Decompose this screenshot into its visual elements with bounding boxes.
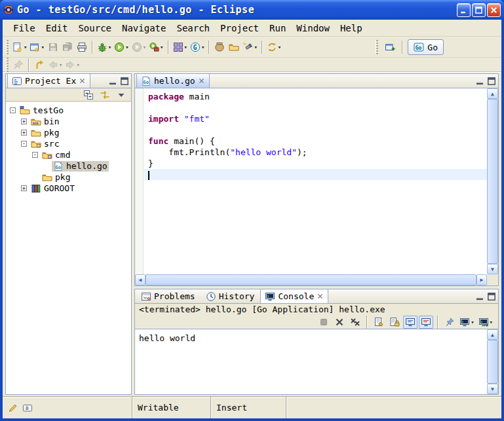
- menu-project[interactable]: Project: [215, 21, 264, 35]
- collapse-all-button[interactable]: [81, 87, 96, 103]
- dropdown-arrow-icon[interactable]: ▾: [24, 44, 27, 50]
- external-tools-button[interactable]: ▾: [147, 39, 165, 55]
- tab-console[interactable]: Console: [260, 289, 328, 303]
- minimize-view-button[interactable]: [107, 76, 118, 86]
- team-sync-button[interactable]: ▾: [265, 39, 282, 55]
- new-go-element-button[interactable]: ▾: [172, 39, 189, 55]
- display-selected-console-button[interactable]: ▾: [458, 316, 475, 329]
- menu-window[interactable]: Window: [291, 21, 335, 35]
- scroll-right-button[interactable]: ▶: [476, 274, 487, 285]
- code-area[interactable]: package mainimport "fmt"func main() { fm…: [144, 88, 487, 274]
- tree-item-testgo[interactable]: -testGo: [6, 105, 131, 116]
- code-line[interactable]: fmt.Println("hello world");: [144, 147, 487, 158]
- minimize-view-button[interactable]: [475, 291, 485, 302]
- console-vertical-scrollbar[interactable]: ▲ ▼: [487, 329, 498, 394]
- menu-navigate[interactable]: Navigate: [117, 21, 171, 35]
- minimize-window-button[interactable]: [457, 3, 471, 17]
- toolbar-grip[interactable]: [6, 58, 9, 72]
- close-tab-icon[interactable]: [317, 293, 324, 300]
- tree-item-pkg[interactable]: pkg: [6, 172, 131, 183]
- open-console-button[interactable]: ▾: [477, 316, 494, 329]
- dropdown-arrow-icon[interactable]: ▾: [471, 319, 474, 325]
- tree-item-hello-go[interactable]: Gohello.go: [6, 160, 131, 172]
- tab-history[interactable]: History: [201, 289, 260, 303]
- collapse-expander[interactable]: -: [21, 141, 27, 147]
- scroll-down-button[interactable]: ▼: [487, 264, 498, 274]
- dropdown-arrow-icon[interactable]: ▾: [59, 62, 62, 68]
- dropdown-arrow-icon[interactable]: ▾: [278, 44, 281, 50]
- collapse-expander[interactable]: -: [32, 152, 38, 158]
- tab-problems[interactable]: Problems: [136, 289, 200, 303]
- menu-file[interactable]: File: [8, 21, 41, 35]
- code-line[interactable]: [144, 102, 487, 113]
- code-line[interactable]: }: [144, 158, 487, 169]
- dropdown-arrow-icon[interactable]: ▾: [201, 44, 204, 50]
- tree-item-src[interactable]: -src: [6, 138, 131, 149]
- close-tab-icon[interactable]: [198, 77, 205, 84]
- print-button[interactable]: [75, 39, 89, 55]
- scroll-left-button[interactable]: ◀: [135, 274, 145, 285]
- dropdown-arrow-icon[interactable]: ▾: [76, 62, 79, 68]
- dropdown-arrow-icon[interactable]: ▾: [41, 44, 44, 50]
- maximize-view-button[interactable]: [119, 76, 130, 86]
- dropdown-arrow-icon[interactable]: ▾: [184, 44, 187, 50]
- new-button[interactable]: ▾: [11, 39, 28, 55]
- clear-console-button[interactable]: [372, 316, 386, 329]
- scroll-thumb[interactable]: [145, 274, 476, 285]
- dropdown-arrow-icon[interactable]: ▾: [125, 44, 128, 50]
- last-edit-location-button[interactable]: [32, 58, 47, 71]
- editor-vertical-scrollbar[interactable]: ▲ ▼: [487, 88, 498, 274]
- maximize-view-button[interactable]: [486, 76, 497, 86]
- open-perspective-button[interactable]: [383, 39, 397, 55]
- remove-all-launches-button[interactable]: [348, 316, 362, 329]
- perspective-go-button[interactable]: Go Go: [408, 39, 444, 55]
- tab-project-explorer[interactable]: Project Ex: [7, 73, 90, 88]
- scroll-track[interactable]: [487, 99, 498, 264]
- scroll-track[interactable]: [145, 274, 476, 285]
- title-bar[interactable]: Go - testGo/src/cmd/hello.go - Eclipse: [0, 0, 504, 20]
- open-resource-button[interactable]: [227, 39, 241, 55]
- code-line[interactable]: [144, 124, 487, 136]
- link-with-editor-button[interactable]: [98, 87, 112, 103]
- scroll-track[interactable]: [487, 340, 498, 384]
- dropdown-arrow-icon[interactable]: ▾: [490, 319, 493, 325]
- dropdown-arrow-icon[interactable]: ▾: [143, 44, 146, 50]
- pin-console-button[interactable]: [442, 316, 457, 329]
- scroll-thumb[interactable]: [487, 99, 498, 264]
- expand-expander[interactable]: +: [21, 119, 27, 124]
- dropdown-arrow-icon[interactable]: ▾: [254, 44, 257, 50]
- scroll-lock-button[interactable]: [387, 316, 402, 329]
- search-button[interactable]: ▾: [241, 39, 258, 55]
- go-tools-button[interactable]: G▾: [189, 39, 206, 55]
- perspective-bar-grip[interactable]: [376, 40, 378, 54]
- tab-hello-go[interactable]: Go hello.go: [136, 73, 210, 88]
- menu-source[interactable]: Source: [73, 21, 117, 35]
- scroll-thumb[interactable]: [487, 340, 498, 384]
- menu-run[interactable]: Run: [264, 21, 291, 35]
- scroll-up-button[interactable]: ▲: [487, 329, 498, 340]
- menu-search[interactable]: Search: [171, 21, 215, 35]
- console-output[interactable]: hello world: [135, 329, 487, 394]
- collapse-expander[interactable]: -: [10, 107, 16, 113]
- code-line[interactable]: package main: [144, 91, 487, 102]
- annotation-ruler[interactable]: [135, 88, 144, 274]
- expand-expander[interactable]: +: [21, 185, 27, 191]
- debug-button[interactable]: ▾: [96, 39, 113, 55]
- scroll-up-button[interactable]: ▲: [487, 88, 498, 99]
- new-project-button[interactable]: ▾: [28, 39, 45, 55]
- expand-expander[interactable]: +: [21, 130, 27, 136]
- view-menu-button[interactable]: [114, 87, 128, 103]
- dropdown-arrow-icon[interactable]: ▾: [160, 44, 163, 50]
- tree-item-bin[interactable]: +010bin: [6, 116, 131, 127]
- menu-help[interactable]: Help: [335, 21, 368, 35]
- run-button[interactable]: ▾: [113, 39, 130, 55]
- code-line[interactable]: import "fmt": [144, 113, 487, 124]
- code-line[interactable]: [144, 169, 487, 180]
- menu-edit[interactable]: Edit: [41, 21, 73, 35]
- code-line[interactable]: func main() {: [144, 136, 487, 147]
- close-tab-icon[interactable]: [79, 77, 86, 84]
- dropdown-arrow-icon[interactable]: ▾: [108, 44, 111, 50]
- show-console-on-stderr-button[interactable]: [419, 316, 433, 329]
- scroll-down-button[interactable]: ▼: [487, 384, 498, 394]
- tree-item-cmd[interactable]: -cmd: [6, 149, 131, 160]
